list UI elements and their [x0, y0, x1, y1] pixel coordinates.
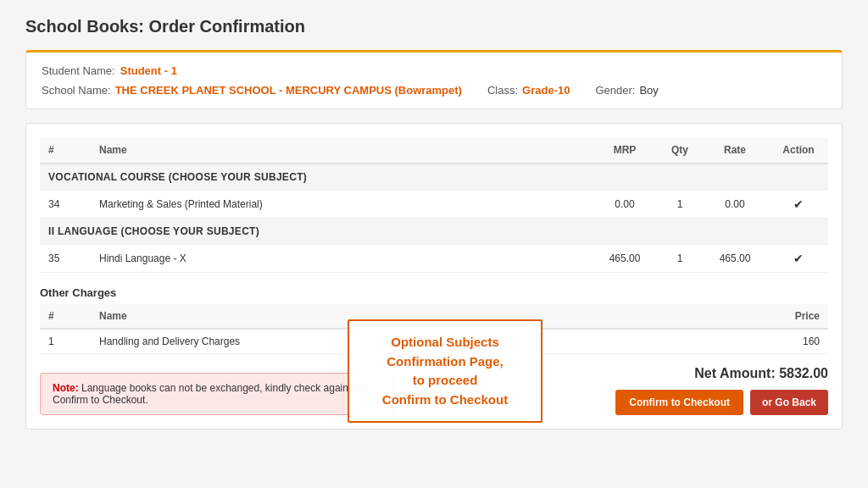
net-amount-value: 5832.00: [779, 366, 828, 380]
col-action: Action: [769, 137, 828, 164]
cell-rate: 0.00: [701, 191, 769, 219]
charges-row: 1 Handling and Delivery Charges 160: [40, 329, 828, 354]
gender-value: Boy: [639, 84, 658, 97]
cell-num: 35: [40, 245, 91, 273]
charge-col-price: Price: [743, 304, 828, 329]
note-text: Language books can not be exchanged, kin…: [53, 382, 368, 406]
col-rate: Rate: [701, 137, 769, 164]
col-mrp: MRP: [591, 137, 659, 164]
charge-price: 160: [743, 329, 828, 354]
school-name-value: THE CREEK PLANET SCHOOL - MERCURY CAMPUS…: [115, 84, 462, 97]
order-table: # Name MRP Qty Rate Action VOCATIONAL CO…: [40, 137, 828, 273]
charge-col-name: Name: [91, 304, 743, 329]
cell-qty: 1: [659, 191, 701, 219]
student-name-value: Student - 1: [120, 64, 177, 77]
gender-label: Gender:: [595, 84, 635, 97]
student-card: Student Name: Student - 1 School Name: T…: [25, 50, 843, 109]
main-order-card: # Name MRP Qty Rate Action VOCATIONAL CO…: [25, 123, 843, 430]
cell-mrp: 0.00: [591, 191, 659, 219]
school-name-label: School Name:: [42, 84, 111, 97]
col-num: #: [40, 137, 91, 164]
cell-qty: 1: [659, 245, 701, 273]
right-bottom: Net Amount: 5832.00 Confirm to Checkout …: [615, 366, 828, 415]
cell-name: Hindi Language - X: [91, 245, 591, 273]
cell-rate: 465.00: [701, 245, 769, 273]
cell-mrp: 465.00: [591, 245, 659, 273]
cell-action: ✔: [769, 191, 828, 219]
cell-action: ✔: [769, 245, 828, 273]
note-label: Note:: [53, 382, 79, 394]
cell-num: 34: [40, 191, 91, 219]
charge-num: 1: [40, 329, 91, 354]
col-name: Name: [91, 137, 591, 164]
charge-col-num: #: [40, 304, 91, 329]
class-value: Grade-10: [522, 84, 570, 97]
net-amount: Net Amount: 5832.00: [694, 366, 828, 381]
charges-table: # Name Price 1 Handling and Delivery Cha…: [40, 304, 828, 354]
col-qty: Qty: [659, 137, 701, 164]
table-row: 34 Marketing & Sales (Printed Material) …: [40, 191, 828, 219]
action-buttons: Confirm to Checkout or Go Back: [615, 390, 828, 415]
student-name-label: Student Name:: [42, 64, 115, 77]
section-language: II LANGUAGE (CHOOSE YOUR SUBJECT): [40, 219, 828, 245]
go-back-button[interactable]: or Go Back: [750, 390, 828, 415]
net-amount-label: Net Amount:: [694, 366, 775, 380]
other-charges-title: Other Charges: [40, 286, 828, 299]
bottom-section: Note: Language books can not be exchange…: [40, 366, 828, 415]
note-box: Note: Language books can not be exchange…: [40, 373, 396, 415]
page-title: School Books: Order Confirmation: [25, 17, 843, 36]
cell-name: Marketing & Sales (Printed Material): [91, 191, 591, 219]
confirm-checkout-button[interactable]: Confirm to Checkout: [615, 390, 743, 415]
section-vocational: VOCATIONAL COURSE (CHOOSE YOUR SUBJECT): [40, 164, 828, 191]
table-row: 35 Hindi Language - X 465.00 1 465.00 ✔: [40, 245, 828, 273]
charge-name: Handling and Delivery Charges: [91, 329, 743, 354]
class-label: Class:: [487, 84, 518, 97]
